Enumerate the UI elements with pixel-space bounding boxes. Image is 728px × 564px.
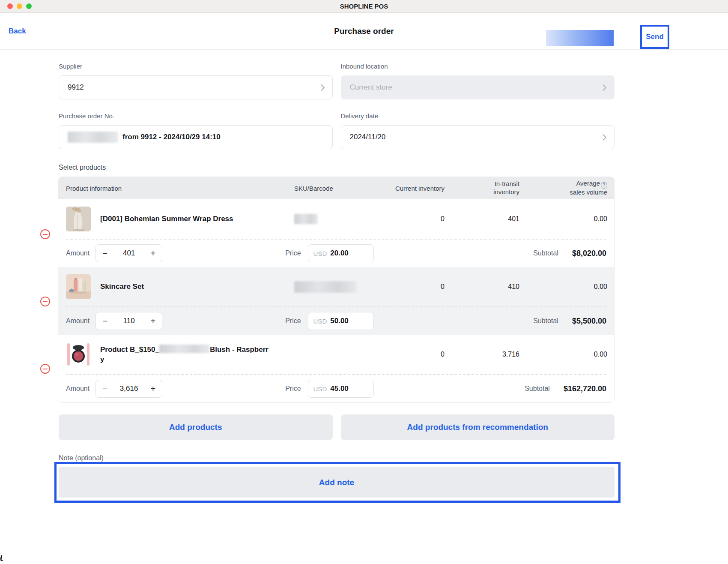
price-value: 50.00 — [330, 317, 349, 325]
col-avg-line2: sales volume — [570, 189, 607, 196]
price-label: Price — [285, 249, 301, 257]
current-inventory-value: 0 — [378, 215, 445, 223]
purchase-order-no-field[interactable]: from 9912 - 2024/10/29 14:10 — [59, 125, 333, 149]
col-in-transit-inventory: In-transit inventory — [445, 180, 543, 196]
amount-increase-button[interactable]: + — [150, 249, 155, 258]
purchase-order-no-label: Purchase order No. — [59, 112, 333, 120]
products-table: Product information SKU/Barcode Current … — [58, 177, 615, 403]
delivery-date-field[interactable]: 2024/11/20 — [341, 125, 615, 149]
delivery-date-value: 2024/11/20 — [350, 133, 386, 141]
product-name: Skincare Set — [100, 282, 144, 292]
products-table-header: Product information SKU/Barcode Current … — [58, 177, 614, 199]
in-transit-value: 401 — [445, 215, 543, 223]
amount-decrease-button[interactable]: − — [102, 384, 107, 393]
supplier-label: Supplier — [59, 63, 333, 70]
purchase-order-no-value: from 9912 - 2024/10/29 14:10 — [122, 133, 221, 141]
in-transit-value: 410 — [445, 283, 543, 291]
col-current-inventory: Current inventory — [378, 185, 445, 192]
table-row: Skincare Set 0 410 0.00 Amount − 110 + — [58, 267, 614, 335]
corner-artifact — [0, 555, 4, 561]
inbound-location-field: Current store — [341, 75, 615, 99]
amount-value[interactable]: 3,616 — [120, 384, 138, 393]
amount-value[interactable]: 110 — [123, 317, 135, 325]
subtotal-value: $162,720.00 — [564, 384, 606, 393]
amount-decrease-button[interactable]: − — [102, 249, 107, 258]
product-image-blush — [66, 342, 91, 367]
price-value: 45.00 — [330, 384, 349, 393]
product-name-wrap: y — [100, 355, 104, 363]
select-products-title: Select products — [59, 164, 615, 171]
redacted-sku — [294, 214, 318, 224]
amount-decrease-button[interactable]: − — [102, 317, 107, 325]
amount-stepper: − 110 + — [95, 312, 162, 330]
col-in-transit-line1: In-transit — [495, 180, 519, 187]
amount-label: Amount — [66, 317, 90, 325]
subtotal-value: $8,020.00 — [572, 249, 606, 258]
col-average-sales-volume: Average? sales volume — [543, 180, 607, 197]
avg-sales-value: 0.00 — [543, 215, 607, 223]
product-image-dress — [66, 207, 91, 231]
amount-value[interactable]: 401 — [123, 249, 135, 258]
subtotal-label: Subtotal — [533, 249, 558, 257]
page-header: Back Purchase order Send — [0, 13, 728, 50]
redacted-sku — [294, 281, 356, 293]
price-label: Price — [285, 317, 301, 325]
amount-stepper: − 3,616 + — [95, 380, 162, 398]
remove-product-icon[interactable] — [40, 297, 50, 306]
redacted-order-number — [68, 132, 118, 143]
remove-product-icon[interactable] — [40, 229, 50, 239]
supplier-field[interactable]: 9912 — [59, 75, 333, 99]
help-icon[interactable]: ? — [601, 182, 607, 189]
avg-sales-value: 0.00 — [543, 351, 607, 358]
price-input[interactable]: USD 50.00 — [308, 312, 374, 330]
price-input[interactable]: USD 45.00 — [308, 380, 374, 398]
chevron-right-icon — [600, 84, 607, 91]
chevron-right-icon — [600, 134, 607, 141]
delivery-date-label: Delivery date — [341, 112, 615, 120]
inbound-location-label: Inbound location — [341, 63, 615, 70]
col-avg-line1: Average — [576, 180, 600, 187]
amount-stepper: − 401 + — [95, 244, 162, 262]
current-inventory-value: 0 — [378, 283, 445, 291]
add-note-button[interactable]: Add note — [59, 467, 615, 498]
table-row: Product B_$150_Blush - Raspberr y 0 3,71… — [58, 335, 614, 402]
product-name: Product B_$150_Blush - Raspberr y — [100, 345, 269, 365]
amount-increase-button[interactable]: + — [150, 384, 155, 393]
amount-increase-button[interactable]: + — [150, 317, 155, 325]
product-image-skincare — [66, 274, 91, 299]
supplier-value: 9912 — [68, 83, 84, 92]
redacted-name-part — [159, 345, 210, 353]
price-label: Price — [285, 385, 301, 393]
currency-label: USD — [313, 385, 327, 393]
in-transit-value: 3,716 — [445, 351, 543, 358]
app-title: SHOPLINE POS — [0, 3, 728, 10]
subtotal-label: Subtotal — [533, 317, 558, 325]
price-input[interactable]: USD 20.00 — [308, 244, 374, 262]
col-sku-barcode: SKU/Barcode — [275, 185, 378, 192]
current-inventory-value: 0 — [378, 351, 445, 358]
product-name: [D001] Bohemian Summer Wrap Dress — [100, 214, 233, 224]
chevron-right-icon — [318, 84, 325, 91]
amount-label: Amount — [66, 249, 90, 257]
send-button[interactable]: Send — [646, 33, 664, 41]
subtotal-label: Subtotal — [525, 385, 550, 393]
inbound-location-value: Current store — [350, 83, 392, 92]
annotation-arrow — [546, 30, 614, 46]
col-in-transit-line2: inventory — [493, 188, 519, 195]
page-title: Purchase order — [0, 27, 728, 36]
product-name-suffix: Blush - Raspberr — [210, 345, 269, 354]
price-value: 20.00 — [330, 249, 349, 258]
currency-label: USD — [313, 318, 327, 325]
send-highlight-box: Send — [640, 25, 669, 49]
add-products-recommendation-button[interactable]: Add products from recommendation — [341, 414, 615, 440]
add-products-button[interactable]: Add products — [59, 414, 333, 440]
amount-label: Amount — [66, 385, 90, 393]
avg-sales-value: 0.00 — [543, 283, 607, 291]
window-titlebar: SHOPLINE POS — [0, 0, 728, 13]
subtotal-value: $5,500.00 — [572, 317, 606, 326]
note-label: Note (optional) — [59, 454, 615, 462]
product-name-prefix: Product B_$150_ — [100, 345, 159, 354]
col-product-information: Product information — [58, 185, 275, 192]
table-row: [D001] Bohemian Summer Wrap Dress 0 401 … — [58, 199, 614, 267]
remove-product-icon[interactable] — [40, 364, 50, 374]
